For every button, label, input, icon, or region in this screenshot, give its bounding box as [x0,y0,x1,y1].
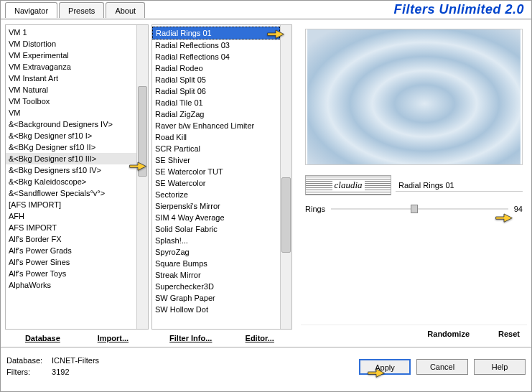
filter-item[interactable]: Raver b/w Enhanced Limiter [152,120,280,131]
category-item[interactable]: [AFS IMPORT] [6,199,136,210]
category-item[interactable]: VM Experimental [6,50,136,61]
watermark: claudia [305,175,391,195]
filter-item[interactable]: Radial Reflections 04 [152,51,280,62]
filter-item[interactable]: SE Watercolor TUT [152,166,280,177]
category-item[interactable]: Alf's Power Grads [6,245,136,256]
database-button[interactable]: Database [25,334,60,342]
apply-button[interactable]: Apply [359,359,411,375]
filter-item[interactable]: Splash!... [152,235,280,246]
cancel-button[interactable]: Cancel [416,359,468,375]
filter-item[interactable]: SE Watercolor [152,177,280,189]
category-item[interactable]: &<Bkg Designer sf10 I> [6,130,136,141]
filter-item[interactable]: SpyroZag [152,246,280,258]
status-info: Database: ICNET-Filters Filters: 3192 [6,355,99,378]
filter-item[interactable]: Radial Split 06 [152,85,280,97]
preview-image [305,29,523,165]
category-item[interactable]: VM [6,107,136,118]
svg-rect-0 [307,29,521,164]
category-item[interactable]: VM Extravaganza [6,61,136,73]
filter-item[interactable]: Radial Split 05 [152,74,280,85]
filter-item[interactable]: SCR Partical [152,143,280,154]
randomize-button[interactable]: Randomize [427,330,470,338]
tab-navigator[interactable]: Navigator [5,2,57,18]
category-item[interactable]: AFS IMPORT [6,222,136,233]
category-item[interactable]: &<Background Designers IV> [6,118,136,130]
category-item[interactable]: AlphaWorks [6,279,136,291]
filter-info-button[interactable]: Filter Info... [169,334,212,342]
category-item[interactable]: Alf's Border FX [6,233,136,245]
category-item[interactable]: &<Bkg Designers sf10 IV> [6,164,136,176]
category-item[interactable]: Alf's Power Toys [6,268,136,279]
filter-item[interactable]: SE Shiver [152,154,280,166]
tab-about[interactable]: About [106,2,145,18]
category-scrollbar[interactable] [136,25,148,329]
filter-item[interactable]: Superchecker3D [152,281,280,292]
category-item[interactable]: VM Toolbox [6,95,136,107]
filter-item[interactable]: Streak Mirror [152,269,280,281]
category-item[interactable]: &<Sandflower Specials°v°> [6,187,136,199]
reset-button[interactable]: Reset [498,330,520,338]
help-button[interactable]: Help [474,359,526,375]
filter-item[interactable]: Sectorize [152,189,280,200]
category-item[interactable]: &<BKg Designer sf10 II> [6,141,136,153]
filter-item[interactable]: Radial ZigZag [152,108,280,120]
category-item[interactable]: VM Natural [6,84,136,95]
category-item[interactable]: &<Bkg Designer sf10 III> [6,153,136,164]
import-button[interactable]: Import... [98,334,129,342]
filter-scrollbar[interactable] [280,25,291,329]
category-item[interactable]: Alf's Power Sines [6,256,136,268]
filter-item[interactable]: SW Hollow Dot [152,304,280,315]
filter-item[interactable]: Radial Reflections 03 [152,39,280,51]
param-value: 94 [514,205,523,213]
filter-item[interactable]: Road Kill [152,131,280,143]
param-label: Rings [305,205,325,213]
category-item[interactable]: VM Distortion [6,38,136,50]
filter-item[interactable]: SIM 4 Way Average [152,212,280,223]
category-item[interactable]: VM Instant Art [6,73,136,84]
filter-list[interactable]: Radial Rings 01Radial Reflections 03Radi… [152,25,280,329]
filter-item[interactable]: SW Graph Paper [152,292,280,304]
category-item[interactable]: VM 1 [6,27,136,38]
filter-item[interactable]: Square Bumps [152,258,280,269]
category-item[interactable]: &<Bkg Kaleidoscope> [6,176,136,187]
category-list[interactable]: VM 1VM DistortionVM ExperimentalVM Extra… [6,25,136,329]
tab-presets[interactable]: Presets [59,2,104,18]
category-item[interactable]: AFH [6,210,136,222]
filter-item[interactable]: Radial Tile 01 [152,97,280,108]
app-title: Filters Unlimited 2.0 [393,2,524,17]
param-slider[interactable] [331,202,508,215]
filter-item[interactable]: Radial Rings 01 [152,27,280,39]
filter-item[interactable]: Radial Rodeo [152,62,280,74]
filter-item[interactable]: Sierpenski's Mirror [152,200,280,212]
filter-item[interactable]: Solid Solar Fabric [152,223,280,235]
current-filter-name: Radial Rings 01 [396,179,523,192]
editor-button[interactable]: Editor... [246,334,274,342]
